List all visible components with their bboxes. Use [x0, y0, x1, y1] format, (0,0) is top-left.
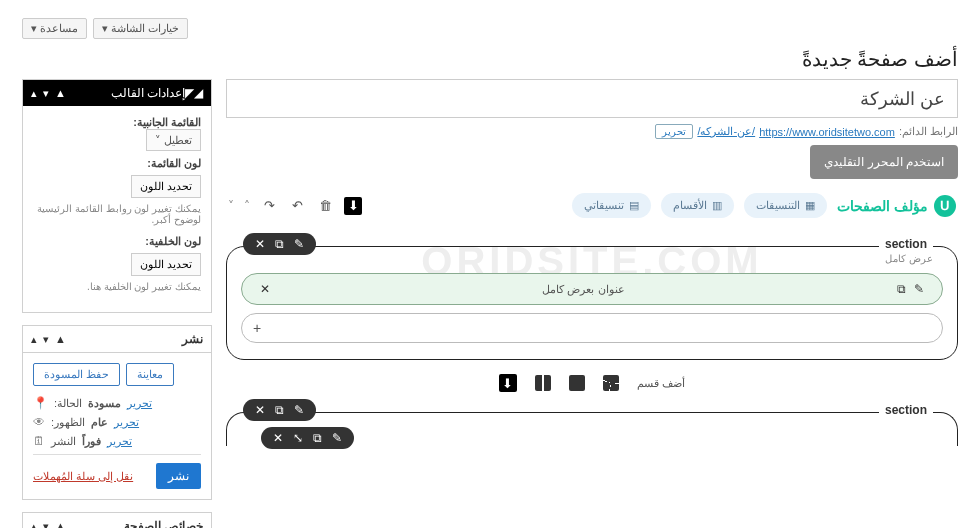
s2-edit-icon[interactable]: ✎	[332, 431, 342, 445]
schedule-edit-link[interactable]: تحرير	[107, 435, 132, 448]
section-copy-icon[interactable]: ⧉	[275, 237, 284, 251]
panel-theme-settings: ◢◤ إعدادات القالب ▴▾▲ القائمة الجانبية: …	[22, 79, 212, 313]
menu-color-label: لون القائمة:	[33, 157, 201, 170]
calendar-icon: 🗓	[33, 434, 45, 448]
section-block-2: ✎ ⧉ ✕ section ✎ ⧉ ⤡ ✕	[226, 412, 958, 446]
panel-page-attributes: خصائص الصفحة ▴▾▲	[22, 512, 212, 528]
menu-color-button[interactable]: تحديد اللون	[131, 175, 201, 198]
status-value: مسودة	[88, 397, 121, 410]
side-menu-select[interactable]: تعطيل ˅	[146, 129, 201, 151]
attrs-toggle-icon[interactable]: ▲	[55, 520, 66, 529]
s2-copy-icon[interactable]: ⧉	[313, 431, 322, 445]
permalink-slug[interactable]: /عن-الشركه/	[697, 125, 755, 138]
theme-brand-icon: ◢◤	[185, 86, 203, 100]
row-close-icon[interactable]: ✕	[260, 282, 270, 296]
section-close-icon[interactable]: ✕	[255, 237, 265, 251]
layout-import-icon[interactable]: ⬇	[499, 374, 517, 392]
section-block: ✎ ⧉ ✕ section عرض كامل ✎ ⧉ عنوان بعرض كا…	[226, 246, 958, 360]
eye-icon: 👁	[33, 415, 45, 429]
pill-sections[interactable]: ▥الأقسام	[661, 193, 734, 218]
trash-icon[interactable]: 🗑	[316, 197, 334, 215]
layout-quad-icon[interactable]	[603, 375, 619, 391]
permalink-row: الرابط الدائم: https://www.oridsitetwo.c…	[226, 124, 958, 139]
section2-close-icon[interactable]: ✕	[255, 403, 265, 417]
section2-copy-icon[interactable]: ⧉	[275, 403, 284, 417]
chevron-down-icon[interactable]: ˅	[228, 199, 234, 213]
sections-icon: ▥	[712, 199, 722, 212]
pill-my-layouts[interactable]: ▤تنسيقاتي	[572, 193, 651, 218]
pub-toggle-icon[interactable]: ▲	[55, 333, 66, 346]
s2-close-icon[interactable]: ✕	[273, 431, 283, 445]
panel-publish: نشر ▴▾▲ حفظ المسودة معاينة تحرير مسودة ا…	[22, 325, 212, 500]
help-button[interactable]: ▾ مساعدة	[22, 18, 87, 39]
status-edit-link[interactable]: تحرير	[127, 397, 152, 410]
visibility-value: عام	[91, 416, 108, 429]
chevron-up-icon[interactable]: ˄	[244, 199, 250, 213]
section2-row-controls: ✎ ⧉ ⤡ ✕	[261, 427, 354, 449]
screen-options-button[interactable]: ▾ خيارات الشاشة	[93, 18, 188, 39]
row-edit-icon[interactable]: ✎	[914, 282, 924, 296]
publish-button[interactable]: نشر	[156, 463, 201, 489]
section-edit-icon[interactable]: ✎	[294, 237, 304, 251]
status-label: الحالة:	[54, 397, 82, 410]
row-label: عنوان بعرض كامل	[274, 283, 893, 296]
bg-color-button[interactable]: تحديد اللون	[131, 253, 201, 276]
redo-icon[interactable]: ↷	[260, 197, 278, 215]
panel-theme-title: إعدادات القالب	[66, 86, 185, 100]
plus-icon: +	[248, 320, 266, 336]
move-to-trash-link[interactable]: نقل إلى سلة المُهملات	[33, 470, 133, 483]
layouts-icon: ▦	[805, 199, 815, 212]
layout-full-icon[interactable]	[569, 375, 585, 391]
panel-attrs-title: خصائص الصفحة	[66, 519, 203, 528]
bg-color-hint: يمكنك تغيير لون الخلفية هنا.	[33, 281, 201, 292]
section2-controls: ✎ ⧉ ✕	[243, 399, 316, 421]
section-controls: ✎ ⧉ ✕	[243, 233, 316, 255]
visibility-label: الظهور:	[51, 416, 85, 429]
attrs-down-icon[interactable]: ▾	[43, 520, 49, 529]
section2-edit-icon[interactable]: ✎	[294, 403, 304, 417]
undo-icon[interactable]: ↶	[288, 197, 306, 215]
use-classic-editor-button[interactable]: استخدم المحرر التقليدي	[810, 145, 958, 179]
s2-move-icon[interactable]: ⤡	[293, 431, 303, 445]
brand-icon: ᑌ	[934, 195, 956, 217]
mylayouts-icon: ▤	[629, 199, 639, 212]
side-menu-label: القائمة الجانبية:	[33, 116, 201, 129]
row-block[interactable]: ✎ ⧉ عنوان بعرض كامل ✕	[241, 273, 943, 305]
panel-down-icon[interactable]: ▾	[43, 87, 49, 100]
schedule-value: فوراً	[82, 435, 101, 448]
section2-tag: section	[879, 403, 933, 417]
section-subtitle: عرض كامل	[885, 253, 933, 264]
row-copy-icon[interactable]: ⧉	[897, 282, 906, 296]
pill-layouts[interactable]: ▦التنسيقات	[744, 193, 827, 218]
page-builder: ORIDSITE.COM ᑌ مؤلف الصفحات ▦التنسيقات ▥…	[226, 189, 958, 446]
schedule-label: النشر	[51, 435, 76, 448]
panel-publish-title: نشر	[66, 332, 203, 346]
attrs-up-icon[interactable]: ▴	[31, 520, 37, 529]
pub-up-icon[interactable]: ▴	[31, 333, 37, 346]
preview-button[interactable]: معاينة	[126, 363, 174, 386]
permalink-label: الرابط الدائم:	[899, 125, 958, 138]
pin-icon: 📍	[33, 396, 48, 410]
visibility-edit-link[interactable]: تحرير	[114, 416, 139, 429]
panel-toggle-icon[interactable]: ▲	[55, 87, 66, 100]
panel-up-icon[interactable]: ▴	[31, 87, 37, 100]
layout-split-icon[interactable]	[535, 375, 551, 391]
builder-brand: ᑌ مؤلف الصفحات	[837, 195, 956, 217]
add-row[interactable]: +	[241, 313, 943, 343]
permalink-base[interactable]: https://www.oridsitetwo.com	[759, 126, 895, 138]
permalink-edit-button[interactable]: تحرير	[655, 124, 693, 139]
export-icon[interactable]: ⬇	[344, 197, 362, 215]
section-tag: section	[879, 237, 933, 251]
page-title-input[interactable]	[226, 79, 958, 118]
bg-color-label: لون الخلفية:	[33, 235, 201, 248]
page-heading: أضف صفحةً جديدةً	[22, 47, 958, 71]
add-section-bar: أضف قسم ⬇	[226, 374, 958, 392]
add-section-label: أضف قسم	[637, 377, 685, 390]
builder-toolbar: ᑌ مؤلف الصفحات ▦التنسيقات ▥الأقسام ▤تنسي…	[226, 189, 958, 222]
save-draft-button[interactable]: حفظ المسودة	[33, 363, 120, 386]
menu-color-hint: يمكنك تغيير لون روابط القائمة الرئيسية ل…	[33, 203, 201, 225]
pub-down-icon[interactable]: ▾	[43, 333, 49, 346]
